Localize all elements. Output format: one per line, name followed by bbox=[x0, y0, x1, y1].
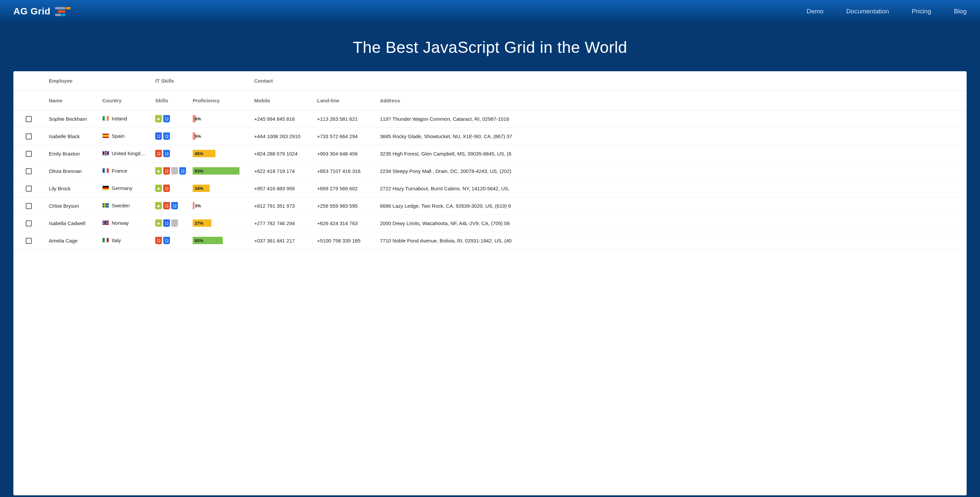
cell-skills: ◆❏ bbox=[151, 214, 188, 232]
cell-skills: ❏❏ bbox=[151, 127, 188, 145]
cell-proficiency: 5% bbox=[188, 127, 250, 145]
row-checkbox[interactable] bbox=[26, 134, 32, 139]
cell-proficiency: 34% bbox=[188, 180, 250, 197]
cell-skills: ❏❏ bbox=[151, 232, 188, 249]
cell-proficiency: 37% bbox=[188, 214, 250, 232]
proficiency-bar: 93% bbox=[192, 167, 243, 175]
uk-flag-icon bbox=[102, 151, 109, 156]
column-header-country[interactable]: Country bbox=[98, 91, 151, 110]
column-group-checkbox bbox=[13, 71, 44, 91]
cell-landline: +113 263 581 621 bbox=[312, 110, 375, 127]
cell-landline: +256 559 983 595 bbox=[312, 197, 375, 214]
column-header-skills[interactable]: Skills bbox=[151, 91, 188, 110]
cell-name: Chloe Bryson bbox=[44, 197, 98, 214]
site-nav: Demo Documentation Pricing Blog bbox=[807, 8, 967, 15]
windows-icon: ❏ bbox=[163, 115, 170, 123]
cell-landline: +626 424 314 763 bbox=[312, 214, 375, 232]
row-checkbox[interactable] bbox=[26, 203, 32, 209]
android-icon: ◆ bbox=[155, 115, 162, 123]
cell-address: 3235 High Forest, Glen Campbell, MS, 390… bbox=[375, 145, 967, 162]
cell-skills: ◆❏ bbox=[151, 110, 188, 127]
cell-country: Ireland bbox=[98, 110, 151, 127]
nav-demo[interactable]: Demo bbox=[807, 8, 824, 15]
norway-flag-icon bbox=[102, 220, 109, 225]
france-flag-icon bbox=[102, 168, 109, 173]
column-header-landline[interactable]: Land-line bbox=[312, 91, 375, 110]
column-header-mobile[interactable]: Mobile bbox=[250, 91, 312, 110]
cell-proficiency: 93% bbox=[188, 162, 250, 180]
windows-icon: ❏ bbox=[171, 202, 178, 209]
windows-icon: ❏ bbox=[163, 132, 170, 140]
column-header-proficiency[interactable]: Proficiency bbox=[188, 91, 250, 110]
row-checkbox[interactable] bbox=[26, 186, 32, 192]
cell-proficiency: 60% bbox=[188, 232, 250, 249]
mac-icon bbox=[171, 167, 178, 175]
table-row[interactable]: Lily BrockGermany◆❏34%+957 416 883 959+6… bbox=[13, 180, 967, 197]
cell-name: Olivia Brennan bbox=[44, 162, 98, 180]
table-row[interactable]: Emily BraxtonUnited Kingd…❏❏45%+824 288 … bbox=[13, 145, 967, 162]
android-icon: ◆ bbox=[155, 185, 162, 192]
column-group-contact[interactable]: Contact bbox=[250, 71, 967, 91]
grid-scroll[interactable]: Employee IT Skills Contact Name Country … bbox=[13, 71, 967, 495]
proficiency-bar: 45% bbox=[192, 150, 243, 157]
cell-address: 2722 Hazy Turnabout, Burnt Cabins, NY, 1… bbox=[375, 180, 967, 197]
row-checkbox[interactable] bbox=[26, 116, 32, 122]
windows-icon: ❏ bbox=[163, 150, 170, 157]
row-checkbox[interactable] bbox=[26, 238, 32, 244]
svg-rect-3 bbox=[55, 14, 61, 16]
column-group-employee[interactable]: Employee bbox=[44, 71, 151, 91]
cell-country: Italy bbox=[98, 232, 151, 249]
table-row[interactable]: Amelia CageItaly❏❏60%+037 361 841 217+51… bbox=[13, 232, 967, 249]
cell-mobile: +957 416 883 959 bbox=[250, 180, 312, 197]
country-name: Germany bbox=[112, 185, 132, 191]
column-header-name[interactable]: Name bbox=[44, 91, 98, 110]
row-checkbox-cell bbox=[13, 180, 44, 197]
proficiency-value: 37% bbox=[195, 221, 204, 226]
cell-mobile: +245 994 845 816 bbox=[250, 110, 312, 127]
nav-blog[interactable]: Blog bbox=[954, 8, 967, 15]
cell-name: Isabella Cadwell bbox=[44, 214, 98, 232]
nav-pricing[interactable]: Pricing bbox=[912, 8, 931, 15]
cell-name: Lily Brock bbox=[44, 180, 98, 197]
row-checkbox[interactable] bbox=[26, 220, 32, 226]
cell-country: United Kingd… bbox=[98, 145, 151, 162]
cell-skills: ◆❏❏ bbox=[151, 197, 188, 214]
cell-address: 7710 Noble Pond Avenue, Bolivia, RI, 029… bbox=[375, 232, 967, 249]
table-row[interactable]: Olivia BrennanFrance◆❏❏93%+622 418 719 1… bbox=[13, 162, 967, 180]
data-grid: Employee IT Skills Contact Name Country … bbox=[13, 71, 967, 250]
row-checkbox[interactable] bbox=[26, 168, 32, 174]
row-checkbox-cell bbox=[13, 214, 44, 232]
html5-icon: ❏ bbox=[163, 167, 170, 175]
cell-name: Sophie Beckham bbox=[44, 110, 98, 127]
cell-address: 2234 Sleepy Pony Mall , Drain, DC, 20078… bbox=[375, 162, 967, 180]
svg-rect-4 bbox=[62, 14, 65, 16]
html5-icon: ❏ bbox=[155, 237, 162, 244]
column-group-it-skills[interactable]: IT Skills bbox=[151, 71, 250, 91]
table-row[interactable]: Chloe BrysonSweden◆❏❏3%+812 791 351 973+… bbox=[13, 197, 967, 214]
row-checkbox-cell bbox=[13, 197, 44, 214]
windows-icon: ❏ bbox=[163, 237, 170, 244]
hero-title: The Best JavaScript Grid in the World bbox=[0, 38, 980, 57]
nav-docs[interactable]: Documentation bbox=[846, 8, 889, 15]
brand-logo[interactable]: AG Grid bbox=[13, 6, 71, 17]
ireland-flag-icon bbox=[102, 116, 109, 121]
proficiency-bar: 37% bbox=[192, 220, 243, 227]
svg-rect-0 bbox=[55, 7, 65, 10]
country-name: Ireland bbox=[112, 116, 127, 121]
table-row[interactable]: Isabelle BlackSpain❏❏5%+444 1008 263 291… bbox=[13, 127, 967, 145]
cell-mobile: +622 418 719 174 bbox=[250, 162, 312, 180]
table-row[interactable]: Sophie BeckhamIreland◆❏6%+245 994 845 81… bbox=[13, 110, 967, 127]
table-row[interactable]: Isabella CadwellNorway◆❏37%+277 782 746 … bbox=[13, 214, 967, 232]
proficiency-value: 34% bbox=[195, 186, 204, 191]
column-header-address[interactable]: Address bbox=[375, 91, 967, 110]
proficiency-value: 3% bbox=[195, 203, 201, 209]
row-checkbox[interactable] bbox=[26, 151, 32, 157]
proficiency-bar: 34% bbox=[192, 185, 243, 192]
spain-flag-icon bbox=[102, 134, 109, 138]
brand-mark-icon bbox=[55, 6, 71, 16]
svg-rect-1 bbox=[66, 7, 71, 10]
windows-icon: ❏ bbox=[179, 167, 186, 175]
cell-mobile: +444 1008 263 2910 bbox=[250, 127, 312, 145]
proficiency-bar: 6% bbox=[192, 115, 243, 123]
column-header-checkbox[interactable] bbox=[13, 91, 44, 110]
